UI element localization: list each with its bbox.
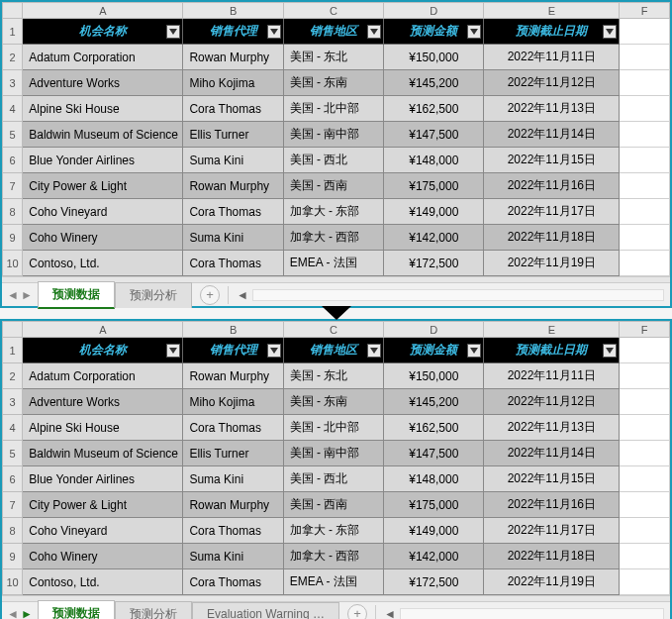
cell-blank[interactable] bbox=[620, 415, 670, 441]
filter-dropdown-icon[interactable] bbox=[267, 344, 281, 358]
cell[interactable]: 美国 - 南中部 bbox=[283, 122, 383, 148]
cell-blank[interactable] bbox=[620, 492, 670, 518]
cell[interactable]: Alpine Ski House bbox=[23, 415, 183, 441]
header-deadline[interactable]: 预测截止日期 bbox=[484, 19, 620, 45]
cell[interactable]: Adatum Corporation bbox=[23, 45, 183, 70]
row-header[interactable]: 5 bbox=[3, 441, 23, 466]
cell[interactable]: 2022年11月13日 bbox=[484, 415, 620, 441]
cell-blank[interactable] bbox=[620, 148, 670, 173]
cell-blank[interactable] bbox=[620, 363, 670, 389]
row-header[interactable]: 9 bbox=[3, 225, 23, 251]
row-header[interactable]: 8 bbox=[3, 518, 23, 544]
header-amount[interactable]: 预测金额 bbox=[384, 19, 484, 45]
cell[interactable]: 2022年11月16日 bbox=[484, 492, 620, 518]
cell[interactable]: 美国 - 北中部 bbox=[283, 415, 383, 441]
header-deadline[interactable]: 预测截止日期 bbox=[484, 338, 620, 363]
cell[interactable]: 2022年11月12日 bbox=[484, 389, 620, 415]
filter-dropdown-icon[interactable] bbox=[267, 25, 281, 39]
row-header[interactable]: 7 bbox=[3, 173, 23, 199]
cell[interactable]: ¥172,500 bbox=[384, 251, 484, 276]
cell[interactable]: 2022年11月19日 bbox=[484, 569, 620, 595]
cell[interactable]: Cora Thomas bbox=[183, 518, 283, 544]
scroll-track[interactable] bbox=[400, 608, 664, 620]
cell[interactable]: Baldwin Museum of Science bbox=[23, 441, 183, 466]
filter-dropdown-icon[interactable] bbox=[166, 25, 180, 39]
col-header-F[interactable]: F bbox=[620, 3, 670, 19]
cell[interactable]: ¥150,000 bbox=[384, 45, 484, 70]
cell[interactable]: Miho Kojima bbox=[183, 389, 283, 415]
cell[interactable]: Ellis Turner bbox=[183, 122, 283, 148]
col-header-A[interactable]: A bbox=[23, 322, 183, 338]
cell[interactable]: ¥147,500 bbox=[384, 441, 484, 466]
cell[interactable]: Blue Yonder Airlines bbox=[23, 148, 183, 173]
cell[interactable]: 2022年11月15日 bbox=[484, 466, 620, 492]
cell[interactable]: Rowan Murphy bbox=[183, 173, 283, 199]
header-amount[interactable]: 预测金额 bbox=[384, 338, 484, 363]
cell[interactable]: Baldwin Museum of Science bbox=[23, 122, 183, 148]
cell-blank[interactable] bbox=[620, 122, 670, 148]
cell[interactable]: 2022年11月17日 bbox=[484, 518, 620, 544]
cell[interactable]: ¥145,200 bbox=[384, 389, 484, 415]
col-header-F[interactable]: F bbox=[620, 322, 670, 338]
sheet-tab-forecast-analysis[interactable]: 预测分析 bbox=[115, 282, 192, 308]
cell[interactable]: 2022年11月11日 bbox=[484, 363, 620, 389]
sheet-tab-forecast-data[interactable]: 预测数据 bbox=[38, 281, 115, 309]
cell[interactable]: ¥162,500 bbox=[384, 96, 484, 122]
row-header[interactable]: 5 bbox=[3, 122, 23, 148]
tab-nav-next-icon[interactable]: ► bbox=[20, 605, 34, 620]
cell-blank[interactable] bbox=[620, 389, 670, 415]
cell[interactable]: 加拿大 - 西部 bbox=[283, 544, 383, 569]
filter-dropdown-icon[interactable] bbox=[166, 344, 180, 358]
cell-blank[interactable] bbox=[620, 441, 670, 466]
horizontal-scrollbar[interactable]: ◄ bbox=[384, 607, 670, 620]
cell-blank[interactable] bbox=[620, 70, 670, 96]
cell[interactable]: City Power & Light bbox=[23, 492, 183, 518]
filter-dropdown-icon[interactable] bbox=[467, 344, 481, 358]
cell[interactable]: 美国 - 东南 bbox=[283, 389, 383, 415]
cell[interactable]: ¥147,500 bbox=[384, 122, 484, 148]
cell[interactable]: Cora Thomas bbox=[183, 251, 283, 276]
cell[interactable]: ¥148,000 bbox=[384, 148, 484, 173]
header-region[interactable]: 销售地区 bbox=[283, 338, 383, 363]
cell[interactable]: ¥142,000 bbox=[384, 225, 484, 251]
col-header-B[interactable]: B bbox=[183, 3, 283, 19]
row-header[interactable]: 8 bbox=[3, 199, 23, 225]
tab-nav-prev-icon[interactable]: ◄ bbox=[6, 286, 20, 304]
cell[interactable]: Coho Winery bbox=[23, 225, 183, 251]
cell[interactable]: Coho Vineyard bbox=[23, 199, 183, 225]
cell[interactable]: 美国 - 北中部 bbox=[283, 96, 383, 122]
cell[interactable]: 美国 - 西南 bbox=[283, 173, 383, 199]
cell[interactable]: 美国 - 西北 bbox=[283, 466, 383, 492]
select-all-corner[interactable] bbox=[3, 322, 23, 338]
cell-blank[interactable] bbox=[620, 19, 670, 45]
cell[interactable]: ¥145,200 bbox=[384, 70, 484, 96]
cell[interactable]: Rowan Murphy bbox=[183, 492, 283, 518]
col-header-E[interactable]: E bbox=[484, 3, 620, 19]
cell[interactable]: Cora Thomas bbox=[183, 415, 283, 441]
cell[interactable]: Contoso, Ltd. bbox=[23, 569, 183, 595]
cell[interactable]: 美国 - 南中部 bbox=[283, 441, 383, 466]
cell-blank[interactable] bbox=[620, 173, 670, 199]
filter-dropdown-icon[interactable] bbox=[467, 25, 481, 39]
cell[interactable]: Suma Kini bbox=[183, 466, 283, 492]
row-header[interactable]: 2 bbox=[3, 45, 23, 70]
row-header-1[interactable]: 1 bbox=[3, 19, 23, 45]
header-opportunity[interactable]: 机会名称 bbox=[23, 19, 183, 45]
cell[interactable]: ¥142,000 bbox=[384, 544, 484, 569]
horizontal-scrollbar[interactable]: ◄ bbox=[237, 288, 670, 302]
scroll-track[interactable] bbox=[252, 289, 664, 301]
header-region[interactable]: 销售地区 bbox=[283, 19, 383, 45]
cell[interactable]: 2022年11月12日 bbox=[484, 70, 620, 96]
row-header-1[interactable]: 1 bbox=[3, 338, 23, 363]
cell[interactable]: 加拿大 - 东部 bbox=[283, 518, 383, 544]
cell[interactable]: Blue Yonder Airlines bbox=[23, 466, 183, 492]
cell[interactable]: 2022年11月17日 bbox=[484, 199, 620, 225]
cell[interactable]: Adventure Works bbox=[23, 70, 183, 96]
cell[interactable]: 美国 - 东北 bbox=[283, 363, 383, 389]
cell[interactable]: 加拿大 - 西部 bbox=[283, 225, 383, 251]
cell[interactable]: ¥149,000 bbox=[384, 199, 484, 225]
cell[interactable]: 2022年11月16日 bbox=[484, 173, 620, 199]
cell[interactable]: ¥172,500 bbox=[384, 569, 484, 595]
cell[interactable]: ¥150,000 bbox=[384, 363, 484, 389]
cell[interactable]: Ellis Turner bbox=[183, 441, 283, 466]
